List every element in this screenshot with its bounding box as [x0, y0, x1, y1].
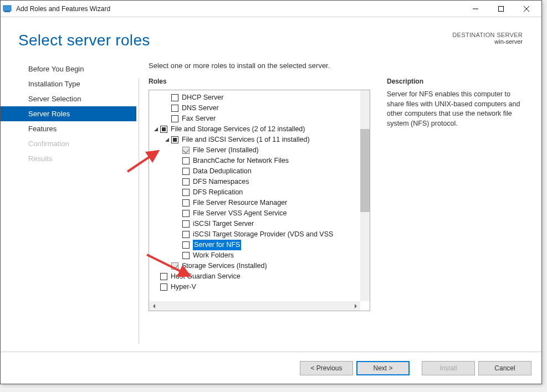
tree-item-label[interactable]: DNS Server: [182, 103, 219, 114]
scroll-right-icon[interactable]: [351, 301, 360, 311]
tree-item[interactable]: File and iSCSI Services (1 of 11 install…: [149, 135, 370, 145]
nav-item-installation-type[interactable]: Installation Type: [1, 76, 136, 91]
svg-rect-3: [499, 6, 504, 11]
checkbox[interactable]: [182, 168, 190, 175]
description-column: Description Server for NFS enables this …: [387, 78, 529, 311]
tree-item[interactable]: Fax Server: [149, 114, 370, 124]
expander-icon[interactable]: [152, 127, 159, 132]
title-bar: Add Roles and Features Wizard: [1, 1, 541, 17]
tree-item-label[interactable]: Fax Server: [182, 114, 216, 124]
tree-item[interactable]: Server for NFS: [149, 240, 370, 250]
tree-item[interactable]: Data Deduplication: [149, 166, 370, 177]
roles-tree-container: DHCP ServerDNS ServerFax ServerFile and …: [149, 90, 370, 311]
instruction-text: Select one or more roles to install on t…: [149, 61, 529, 70]
tree-item-label[interactable]: DFS Replication: [193, 187, 243, 198]
checkbox[interactable]: [171, 105, 178, 112]
nav-item-before-you-begin[interactable]: Before You Begin: [1, 61, 136, 76]
vertical-scrollbar-thumb[interactable]: [360, 129, 370, 212]
next-button[interactable]: Next >: [356, 361, 410, 375]
maximize-button[interactable]: [488, 1, 514, 17]
tree-item[interactable]: DHCP Server: [149, 92, 370, 103]
checkbox[interactable]: [182, 241, 190, 249]
tree-item-label[interactable]: Server for NFS: [193, 240, 241, 250]
header: Select server roles DESTINATION SERVER w…: [1, 17, 541, 54]
tree-item-label[interactable]: iSCSI Target Storage Provider (VDS and V…: [193, 229, 333, 240]
nav-divider: [139, 78, 139, 344]
nav-item-server-roles[interactable]: Server Roles: [1, 106, 136, 121]
checkbox[interactable]: [182, 210, 190, 217]
tree-item-label[interactable]: Storage Services (Installed): [182, 261, 267, 271]
roles-tree[interactable]: DHCP ServerDNS ServerFax ServerFile and …: [149, 90, 370, 295]
close-button[interactable]: [514, 1, 539, 17]
server-manager-icon: [3, 4, 12, 13]
roles-column: Roles DHCP ServerDNS ServerFax ServerFil…: [149, 78, 370, 311]
tree-item[interactable]: iSCSI Target Storage Provider (VDS and V…: [149, 229, 370, 240]
tree-item[interactable]: Hyper-V: [149, 282, 370, 292]
checkbox[interactable]: [182, 189, 190, 196]
tree-item-label[interactable]: DHCP Server: [182, 92, 223, 103]
nav-item-server-selection[interactable]: Server Selection: [1, 91, 136, 106]
horizontal-scrollbar[interactable]: [149, 301, 360, 311]
checkbox[interactable]: [182, 252, 190, 259]
tree-item-label[interactable]: File and iSCSI Services (1 of 11 install…: [182, 135, 310, 145]
wizard-window: Add Roles and Features Wizard Select ser…: [0, 0, 542, 384]
nav-item-features[interactable]: Features: [1, 121, 136, 136]
tree-item[interactable]: Host Guardian Service: [149, 271, 370, 282]
destination-name: win-server: [452, 38, 523, 45]
tree-item-label[interactable]: Data Deduplication: [193, 166, 252, 177]
tree-item[interactable]: File Server Resource Manager: [149, 198, 370, 208]
tree-item-label[interactable]: File Server VSS Agent Service: [193, 208, 287, 219]
checkbox[interactable]: [171, 136, 178, 143]
tree-item[interactable]: DFS Namespaces: [149, 177, 370, 187]
scroll-left-icon[interactable]: [149, 301, 159, 311]
checkbox[interactable]: [160, 273, 167, 280]
checkbox[interactable]: [182, 231, 190, 238]
tree-item-label[interactable]: File Server Resource Manager: [193, 198, 287, 208]
tree-item-label[interactable]: Work Folders: [193, 250, 234, 261]
tree-item-label[interactable]: BranchCache for Network Files: [193, 156, 289, 166]
window-controls: [463, 1, 539, 17]
checkbox[interactable]: [160, 283, 167, 291]
tree-item[interactable]: File and Storage Services (2 of 12 insta…: [149, 124, 370, 135]
window-title: Add Roles and Features Wizard: [16, 5, 463, 13]
tree-item-label[interactable]: File Server (Installed): [193, 145, 259, 156]
tree-item[interactable]: DFS Replication: [149, 187, 370, 198]
roles-tree-viewport: DHCP ServerDNS ServerFax ServerFile and …: [149, 90, 370, 301]
install-button[interactable]: Install: [422, 361, 475, 375]
tree-item-label[interactable]: File and Storage Services (2 of 12 insta…: [171, 124, 305, 135]
description-label: Description: [387, 78, 529, 85]
tree-item[interactable]: iSCSI Target Server: [149, 219, 370, 229]
checkbox[interactable]: [182, 157, 190, 164]
description-text: Server for NFS enables this computer to …: [387, 90, 529, 128]
tree-item-label[interactable]: iSCSI Target Server: [193, 219, 254, 229]
tree-item[interactable]: File Server VSS Agent Service: [149, 208, 370, 219]
expander-icon[interactable]: [163, 137, 170, 142]
checkbox[interactable]: [182, 178, 190, 185]
minimize-button[interactable]: [463, 1, 488, 17]
nav-item-confirmation: Confirmation: [1, 136, 136, 151]
body: Before You BeginInstallation TypeServer …: [1, 54, 541, 347]
tree-item[interactable]: File Server (Installed): [149, 145, 370, 156]
checkbox[interactable]: [171, 115, 178, 122]
tree-item[interactable]: Storage Services (Installed): [149, 261, 370, 271]
checkbox[interactable]: [182, 199, 190, 207]
tree-item-label[interactable]: Host Guardian Service: [171, 271, 241, 282]
previous-button[interactable]: < Previous: [300, 361, 353, 375]
checkbox[interactable]: [182, 220, 190, 228]
tree-item-label[interactable]: DFS Namespaces: [193, 177, 249, 187]
destination-info: DESTINATION SERVER win-server: [452, 32, 523, 45]
tree-item[interactable]: BranchCache for Network Files: [149, 156, 370, 166]
destination-label: DESTINATION SERVER: [452, 32, 523, 38]
cancel-button[interactable]: Cancel: [478, 361, 531, 375]
page-title: Select server roles: [18, 32, 150, 49]
svg-rect-0: [3, 6, 11, 11]
vertical-scrollbar[interactable]: [360, 90, 370, 301]
checkbox[interactable]: [171, 262, 178, 270]
tree-item[interactable]: Work Folders: [149, 250, 370, 261]
checkbox[interactable]: [171, 94, 178, 101]
tree-item[interactable]: DNS Server: [149, 103, 370, 114]
checkbox[interactable]: [182, 147, 190, 154]
roles-label: Roles: [149, 78, 370, 85]
checkbox[interactable]: [160, 126, 167, 133]
tree-item-label[interactable]: Hyper-V: [171, 282, 196, 292]
